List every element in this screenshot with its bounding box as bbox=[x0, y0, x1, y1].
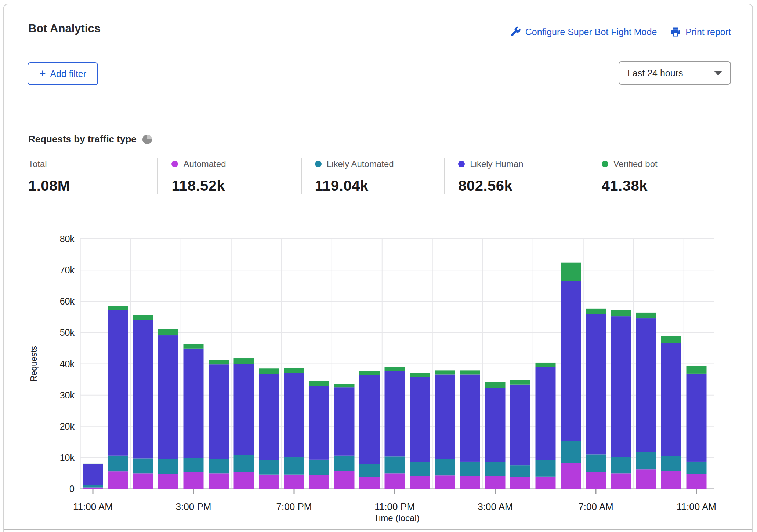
bar-segment bbox=[435, 374, 455, 459]
bar-segment bbox=[435, 475, 455, 489]
bar-segment bbox=[108, 306, 128, 310]
bar-segment bbox=[435, 459, 455, 475]
bar-segment bbox=[385, 456, 405, 473]
bar-segment bbox=[209, 360, 229, 364]
bar-segment bbox=[510, 385, 530, 465]
bar-segment bbox=[410, 377, 430, 462]
bar-segment bbox=[536, 363, 556, 367]
bar-segment bbox=[385, 367, 405, 371]
bar-segment bbox=[687, 462, 707, 474]
bar-segment bbox=[359, 371, 380, 375]
bar-segment bbox=[687, 366, 707, 373]
bar-segment bbox=[561, 281, 581, 441]
bar-segment bbox=[636, 469, 656, 489]
bar-segment bbox=[209, 473, 229, 489]
bar-segment bbox=[133, 458, 153, 473]
bar-segment bbox=[636, 313, 656, 318]
x-axis-title: Time (local) bbox=[374, 513, 419, 523]
bar-segment bbox=[359, 477, 380, 489]
bar-segment bbox=[234, 455, 254, 472]
bar-segment bbox=[485, 476, 506, 489]
x-axis-tick: 7:00 PM bbox=[276, 501, 312, 512]
y-axis-tick: 30k bbox=[60, 390, 75, 400]
bar-segment bbox=[83, 464, 103, 485]
y-axis-tick: 0 bbox=[69, 484, 75, 494]
bar-segment bbox=[158, 459, 178, 474]
bar-segment bbox=[108, 456, 128, 471]
bar-segment bbox=[83, 485, 103, 488]
bar-segment bbox=[611, 473, 631, 489]
bar-segment bbox=[284, 373, 304, 457]
x-axis-tick: 11:00 PM bbox=[374, 501, 414, 512]
bar-segment bbox=[536, 460, 556, 477]
bar-segment bbox=[158, 329, 178, 335]
bar-segment bbox=[209, 459, 229, 473]
bar-segment bbox=[234, 364, 254, 455]
bar-segment bbox=[108, 310, 128, 456]
bar-segment bbox=[259, 368, 279, 374]
bar-segment bbox=[133, 315, 153, 320]
bar-segment bbox=[485, 462, 506, 476]
bar-segment bbox=[284, 475, 304, 489]
bar-segment bbox=[385, 371, 405, 456]
y-axis-tick: 40k bbox=[60, 359, 75, 369]
y-axis-tick: 50k bbox=[60, 327, 75, 338]
bar-segment bbox=[209, 364, 229, 459]
bar-segment bbox=[410, 462, 430, 476]
bar-segment bbox=[284, 457, 304, 475]
bar-segment bbox=[586, 472, 606, 489]
bar-segment bbox=[687, 374, 707, 462]
y-axis-tick: 80k bbox=[60, 234, 75, 244]
bot-analytics-page: Bot Analytics Configure Super Bot Fight … bbox=[0, 0, 757, 532]
bar-segment bbox=[485, 388, 506, 462]
bar-segment bbox=[460, 476, 480, 489]
bar-segment bbox=[460, 374, 480, 461]
bar-segment bbox=[611, 457, 631, 473]
bar-segment bbox=[158, 335, 178, 459]
bar-segment bbox=[661, 343, 681, 456]
bar-segment bbox=[636, 318, 656, 452]
bar-segment bbox=[234, 472, 254, 489]
x-axis-tick: 3:00 PM bbox=[176, 501, 211, 512]
bar-segment bbox=[259, 475, 279, 489]
bar-segment bbox=[460, 370, 480, 374]
requests-stacked-bar-chart[interactable]: 010k20k30k40k50k60k70k80k11:00 AM3:00 PM… bbox=[0, 0, 757, 532]
bar-segment bbox=[661, 471, 681, 489]
bar-segment bbox=[687, 474, 707, 489]
bar-segment bbox=[561, 441, 581, 463]
bar-segment bbox=[536, 477, 556, 489]
bar-segment bbox=[611, 310, 631, 316]
bar-segment bbox=[309, 386, 329, 460]
bar-segment bbox=[359, 375, 380, 464]
bar-segment bbox=[586, 454, 606, 472]
bar-segment bbox=[661, 456, 681, 471]
bar-segment bbox=[385, 473, 405, 489]
bar-segment bbox=[158, 474, 178, 489]
bar-segment bbox=[309, 381, 329, 386]
bar-segment bbox=[410, 476, 430, 489]
bar-segment bbox=[234, 358, 254, 364]
bar-segment bbox=[334, 471, 355, 489]
bar-segment bbox=[510, 465, 530, 477]
bar-segment bbox=[561, 463, 581, 489]
x-axis-tick: 11:00 AM bbox=[73, 501, 113, 512]
bar-segment bbox=[309, 460, 329, 475]
bar-segment bbox=[510, 477, 530, 489]
bar-segment bbox=[184, 349, 204, 458]
bar-segment bbox=[133, 320, 153, 458]
bar-segment bbox=[334, 456, 355, 471]
bar-segment bbox=[485, 382, 506, 388]
bar-segment bbox=[460, 462, 480, 476]
bar-segment bbox=[284, 368, 304, 373]
bar-segment bbox=[561, 263, 581, 281]
bar-segment bbox=[586, 314, 606, 454]
y-axis-tick: 10k bbox=[60, 452, 75, 463]
x-axis-tick: 7:00 AM bbox=[578, 501, 613, 512]
x-axis-tick: 11:00 AM bbox=[677, 501, 716, 512]
bar-segment bbox=[334, 384, 355, 387]
bar-segment bbox=[536, 367, 556, 460]
bar-segment bbox=[410, 373, 430, 377]
y-axis-tick: 70k bbox=[60, 265, 75, 275]
bar-segment bbox=[259, 460, 279, 475]
bar-segment bbox=[435, 370, 455, 374]
